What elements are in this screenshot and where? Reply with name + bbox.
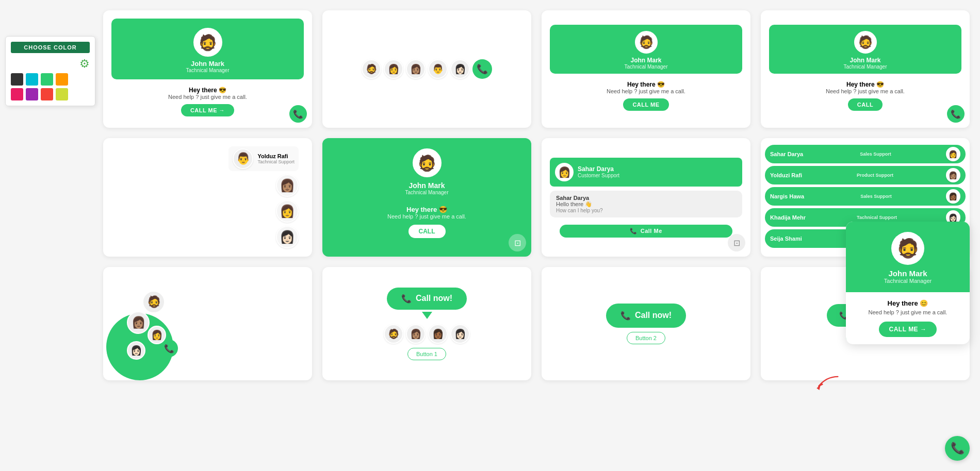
- color-chooser-panel: CHOOSE COLOR ⚙: [5, 36, 95, 106]
- hey-text: Hey there 😊: [854, 299, 961, 307]
- call-me-button[interactable]: CALL ME →: [879, 322, 937, 337]
- avatar-3: 👩🏾: [428, 324, 448, 344]
- triangle-indicator: [422, 312, 432, 319]
- sub-text: Need help ? just give me a call.: [168, 94, 247, 100]
- avatar-2: 👩🏽: [406, 324, 426, 344]
- color-swatch-lime[interactable]: [56, 88, 68, 100]
- call-button[interactable]: CALL: [848, 98, 883, 111]
- phone-button[interactable]: 📞: [472, 59, 492, 79]
- sub-text: Need help ? just give me a call.: [826, 88, 905, 94]
- agent-name: John Mark: [888, 269, 927, 278]
- card-body: Hey there 😎 Need help ? just give me a c…: [826, 78, 905, 114]
- widget-1-3: 🧔 John Mark Tachnical Manager Hey there …: [542, 10, 750, 128]
- avatar: 🧔: [635, 31, 658, 54]
- sub-text: Need help ? just give me a call.: [854, 309, 961, 315]
- gear-icon[interactable]: ⚙: [79, 57, 90, 71]
- color-swatches: [11, 73, 90, 100]
- avatar-4: 👩🏻: [450, 324, 470, 344]
- floating-phone-fab[interactable]: 📞: [945, 436, 970, 461]
- avatar: 🧔: [193, 28, 222, 57]
- agent-title: Customer Support: [578, 173, 619, 178]
- chat-message-1: Sahar Darya Hello there 👋 How can I help…: [550, 191, 742, 217]
- color-swatch-red[interactable]: [41, 88, 53, 100]
- fan-avatars: 👩🏽 🧔 👩 👩🏻 📞: [111, 282, 304, 365]
- button-1[interactable]: Button 1: [407, 348, 446, 360]
- widget-2-1: 👨 Yolduz Rafi Tachnical Support 👩🏽 👩 👩🏻: [103, 138, 312, 257]
- hey-text: Hey there 😎: [387, 206, 466, 213]
- agent-name: Yolduz Rafi: [257, 153, 295, 159]
- main-content: 🧔 John Mark Tachnical Manager Hey there …: [0, 0, 980, 391]
- widget-grid: 🧔 John Mark Tachnical Manager Hey there …: [103, 10, 970, 380]
- team-item-3: Nargis Hawa Sales Support 👩🏾: [765, 187, 966, 206]
- agent-name: Sahar Darya: [578, 165, 619, 173]
- widget-1-2: 🧔 👩 👩🏽 👨 👩🏻 📞: [322, 10, 531, 128]
- avatar-4: 👩🏻: [276, 226, 299, 248]
- floating-body: Hey there 😊 Need help ? just give me a c…: [846, 292, 970, 344]
- arrow-indicator: [811, 372, 842, 395]
- button-2[interactable]: Button 2: [627, 332, 665, 344]
- team-item-1: Sahar Darya Sales Support 👩: [765, 145, 966, 163]
- monitor-icon: ⊡: [728, 234, 745, 251]
- avatar-row: 🧔 👩🏽 👩🏾 👩🏻: [384, 324, 470, 344]
- avatar: 👨: [233, 148, 253, 169]
- hey-text: Hey there 😎: [607, 81, 685, 88]
- color-swatch-cyan[interactable]: [26, 73, 38, 86]
- choose-color-label: CHOOSE COLOR: [11, 42, 90, 53]
- agent-name: John Mark: [850, 57, 880, 64]
- avatar: 👩: [946, 147, 960, 161]
- avatar-4: 👨: [428, 59, 448, 79]
- widget-1-1: 🧔 John Mark Tachnical Manager Hey there …: [103, 10, 312, 128]
- floating-widget: 🧔 John Mark Tachnical Manager Hey there …: [846, 222, 970, 344]
- color-swatch-black[interactable]: [11, 73, 23, 86]
- floating-header: 🧔 John Mark Tachnical Manager: [846, 222, 970, 292]
- avatar-2: 👩: [384, 59, 403, 79]
- avatar-1: 👩🏽: [127, 311, 150, 334]
- hey-text: Hey there 😎: [168, 87, 247, 94]
- color-swatch-orange[interactable]: [56, 73, 68, 86]
- agent-name: John Mark: [409, 181, 445, 190]
- call-me-button[interactable]: 📞 Call Me: [560, 225, 733, 238]
- avatar-3: 👩: [276, 200, 299, 223]
- call-button[interactable]: CALL: [409, 225, 446, 238]
- color-swatch-purple[interactable]: [26, 88, 38, 100]
- agent-name: John Mark: [191, 60, 224, 68]
- card-header: 🧔 John Mark Tachnical Manager: [769, 25, 961, 74]
- avatar-1: 🧔: [362, 59, 381, 79]
- avatar: 👩🏾: [946, 189, 960, 204]
- avatar: 🧔: [854, 31, 877, 54]
- call-now-pill[interactable]: 📞 Call now!: [606, 304, 686, 328]
- avatar: 🧔: [891, 232, 924, 265]
- sub-text: Need help ? just give me a call.: [607, 88, 685, 94]
- color-swatch-pink[interactable]: [11, 88, 23, 100]
- card-body: Hey there 😎 Need help ? just give me a c…: [168, 83, 247, 120]
- card-header: 🧔 John Mark Tachnical Manager: [111, 19, 304, 79]
- phone-fab[interactable]: 📞: [947, 105, 965, 123]
- agent-title: Tachnical Support: [257, 159, 295, 164]
- widget-2-2: 🧔 John Mark Tachnical Manager Hey there …: [322, 138, 531, 257]
- phone-icon[interactable]: 📞: [160, 340, 178, 357]
- avatar: 👩🏽: [946, 168, 960, 182]
- avatar: 👩: [555, 163, 574, 181]
- card-body: Hey there 😎 Need help ? just give me a c…: [607, 78, 685, 114]
- agent-title: Tachnical Manager: [186, 68, 230, 73]
- hey-text: Hey there 😎: [826, 81, 905, 88]
- widget-3-1: 👩🏽 🧔 👩 👩🏻 📞: [103, 267, 312, 380]
- call-me-button[interactable]: CALL ME: [623, 98, 668, 111]
- phone-fab[interactable]: 📞: [289, 105, 307, 123]
- agent-title: Tachnical Manager: [844, 64, 887, 70]
- agent-name: John Mark: [630, 57, 661, 64]
- avatar-5: 👩🏻: [450, 59, 470, 79]
- widget-3-3: 📞 Call now! Button 2: [542, 267, 750, 380]
- monitor-icon: ⊡: [509, 234, 526, 251]
- avatar-1: 🧔: [384, 324, 403, 344]
- color-swatch-green[interactable]: [41, 73, 53, 86]
- call-me-button[interactable]: CALL ME →: [181, 104, 234, 116]
- agent-row-main: 👨 Yolduz Rafi Tachnical Support: [228, 146, 299, 171]
- call-now-button[interactable]: 📞 Call now!: [387, 288, 467, 310]
- avatar-2: 👩🏽: [276, 174, 299, 197]
- team-item-2: Yolduzi Rafi Product Support 👩🏽: [765, 166, 966, 184]
- avatar-row: 🧔 👩 👩🏽 👨 👩🏻 📞: [362, 59, 492, 79]
- avatar: 🧔: [413, 148, 442, 177]
- widget-3-2: 📞 Call now! 🧔 👩🏽 👩🏾 👩🏻 Button 1: [322, 267, 531, 380]
- widget-1-4: 🧔 John Mark Tachnical Manager Hey there …: [761, 10, 970, 128]
